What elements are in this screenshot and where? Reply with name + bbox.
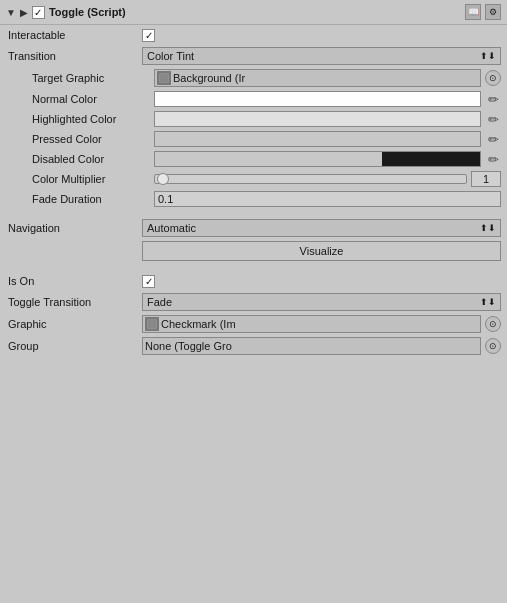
pressed-color-row-inner — [154, 131, 481, 147]
toggle-transition-arrow: ⬆⬇ — [480, 297, 496, 307]
svg-rect-1 — [160, 74, 168, 82]
settings-icon[interactable]: ⚙ — [485, 4, 501, 20]
target-graphic-text: Background (Ir — [173, 72, 245, 84]
highlighted-color-row-inner — [154, 111, 481, 127]
component-header: ▼ ▶ ✓ Toggle (Script) 📖 ⚙ — [0, 0, 507, 25]
svg-rect-3 — [148, 320, 156, 328]
spacer-2 — [0, 263, 507, 271]
color-multiplier-input[interactable]: 1 — [471, 171, 501, 187]
highlighted-color-row: Highlighted Color ✏ — [0, 109, 507, 129]
group-selector[interactable]: ⊙ — [485, 338, 501, 354]
disabled-color-row: Disabled Color ✏ — [0, 149, 507, 169]
disabled-color-value: ✏ — [154, 151, 501, 167]
graphic-row: Graphic Checkmark (Im ⊙ — [0, 313, 507, 335]
graphic-selector[interactable]: ⊙ — [485, 316, 501, 332]
toggle-transition-dropdown[interactable]: Fade ⬆⬇ — [142, 293, 501, 311]
highlighted-color-label: Highlighted Color — [20, 113, 150, 125]
interactable-label: Interactable — [8, 29, 138, 41]
pressed-color-swatch[interactable] — [154, 131, 481, 147]
group-value: None (Toggle Gro ⊙ — [142, 337, 501, 355]
transition-label: Transition — [8, 50, 138, 62]
target-graphic-icon — [157, 71, 171, 85]
collapse-arrow[interactable]: ▼ — [6, 7, 16, 18]
is-on-label: Is On — [8, 275, 138, 287]
visualize-button[interactable]: Visualize — [142, 241, 501, 261]
graphic-label: Graphic — [8, 318, 138, 330]
is-on-row: Is On ✓ — [0, 271, 507, 291]
fade-duration-value: 0.1 — [154, 191, 501, 207]
navigation-value: Automatic ⬆⬇ — [142, 219, 501, 237]
pressed-color-label: Pressed Color — [20, 133, 150, 145]
transition-dropdown[interactable]: Color Tint ⬆⬇ — [142, 47, 501, 65]
graphic-value: Checkmark (Im ⊙ — [142, 315, 501, 333]
interactable-row: Interactable ✓ — [0, 25, 507, 45]
pressed-color-value: ✏ — [154, 131, 501, 147]
fade-duration-input[interactable]: 0.1 — [154, 191, 501, 207]
component-title: Toggle (Script) — [49, 6, 461, 18]
highlighted-color-value: ✏ — [154, 111, 501, 127]
group-row: Group None (Toggle Gro ⊙ — [0, 335, 507, 357]
group-label: Group — [8, 340, 138, 352]
toggle-transition-value: Fade ⬆⬇ — [142, 293, 501, 311]
disabled-color-swatch[interactable] — [154, 151, 481, 167]
navigation-dropdown-text: Automatic — [147, 222, 196, 234]
is-on-checkbox[interactable]: ✓ — [142, 275, 155, 288]
navigation-dropdown[interactable]: Automatic ⬆⬇ — [142, 219, 501, 237]
interactable-checkbox[interactable]: ✓ — [142, 29, 155, 42]
graphic-field[interactable]: Checkmark (Im — [142, 315, 481, 333]
visualize-value: Visualize — [142, 241, 501, 261]
toggle-transition-row: Toggle Transition Fade ⬆⬇ — [0, 291, 507, 313]
transition-dropdown-text: Color Tint — [147, 50, 194, 62]
fade-duration-label: Fade Duration — [20, 193, 150, 205]
target-graphic-row: Target Graphic Background (Ir ⊙ — [0, 67, 507, 89]
color-multiplier-row: Color Multiplier 1 — [0, 169, 507, 189]
normal-color-value: ✏ — [154, 91, 501, 107]
normal-color-row: Normal Color ✏ — [0, 89, 507, 109]
pressed-color-row: Pressed Color ✏ — [0, 129, 507, 149]
toggle-transition-label: Toggle Transition — [8, 296, 138, 308]
fade-duration-row: Fade Duration 0.1 — [0, 189, 507, 209]
target-graphic-label: Target Graphic — [20, 72, 150, 84]
inspector-panel: ▼ ▶ ✓ Toggle (Script) 📖 ⚙ Interactable ✓… — [0, 0, 507, 357]
target-graphic-field[interactable]: Background (Ir — [154, 69, 481, 87]
highlighted-color-eyedropper[interactable]: ✏ — [485, 111, 501, 127]
color-multiplier-thumb — [157, 173, 169, 185]
color-multiplier-label: Color Multiplier — [20, 173, 150, 185]
pressed-color-eyedropper[interactable]: ✏ — [485, 131, 501, 147]
is-on-value: ✓ — [142, 275, 501, 288]
transition-dropdown-arrow: ⬆⬇ — [480, 51, 496, 61]
disabled-color-label: Disabled Color — [20, 153, 150, 165]
normal-color-label: Normal Color — [20, 93, 150, 105]
toggle-transition-text: Fade — [147, 296, 172, 308]
navigation-row: Navigation Automatic ⬆⬇ — [0, 217, 507, 239]
normal-color-eyedropper[interactable]: ✏ — [485, 91, 501, 107]
graphic-icon — [145, 317, 159, 331]
color-multiplier-slider-container: 1 — [154, 171, 501, 187]
navigation-dropdown-arrow: ⬆⬇ — [480, 223, 496, 233]
highlighted-color-swatch[interactable] — [154, 111, 481, 127]
interactable-value: ✓ — [142, 29, 501, 42]
target-graphic-selector[interactable]: ⊙ — [485, 70, 501, 86]
group-field[interactable]: None (Toggle Gro — [142, 337, 481, 355]
target-graphic-value: Background (Ir ⊙ — [154, 69, 501, 87]
color-multiplier-slider[interactable] — [154, 174, 467, 184]
navigation-label: Navigation — [8, 222, 138, 234]
disabled-color-row-inner — [154, 151, 481, 167]
disabled-color-eyedropper[interactable]: ✏ — [485, 151, 501, 167]
component-enabled-checkbox[interactable]: ✓ — [32, 6, 45, 19]
spacer-1 — [0, 209, 507, 217]
visualize-row: Visualize — [0, 239, 507, 263]
group-text: None (Toggle Gro — [145, 340, 232, 352]
help-icon[interactable]: 📖 — [465, 4, 481, 20]
normal-color-row-inner — [154, 91, 481, 107]
transition-value: Color Tint ⬆⬇ — [142, 47, 501, 65]
expand-arrow[interactable]: ▶ — [20, 7, 28, 18]
transition-row: Transition Color Tint ⬆⬇ — [0, 45, 507, 67]
color-multiplier-value: 1 — [154, 171, 501, 187]
graphic-text: Checkmark (Im — [161, 318, 236, 330]
normal-color-swatch[interactable] — [154, 91, 481, 107]
